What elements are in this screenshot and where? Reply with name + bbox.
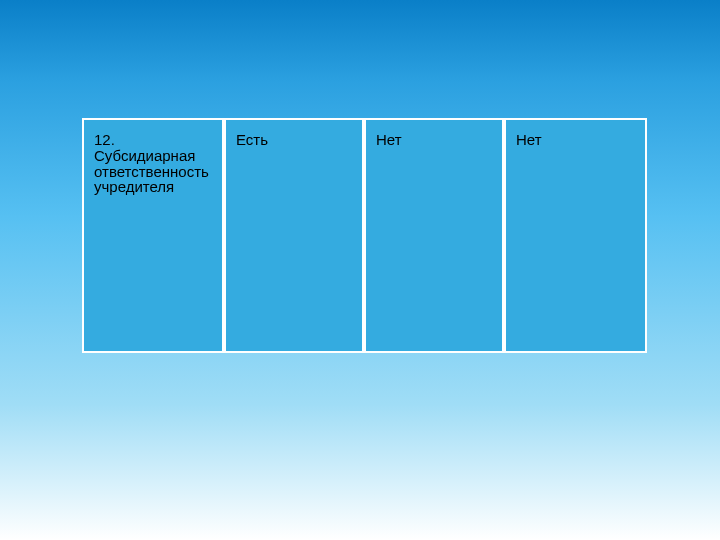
col2-value: Нет [376, 131, 402, 148]
col3-cell: Нет [504, 118, 647, 353]
col3-value: Нет [516, 131, 542, 148]
col1-cell: Есть [224, 118, 364, 353]
comparison-table: 12. Субсидиарная ответственность учредит… [82, 118, 647, 353]
col1-value: Есть [236, 131, 268, 148]
row-label: 12. Субсидиарная ответственность учредит… [94, 132, 212, 195]
row-label-cell: 12. Субсидиарная ответственность учредит… [82, 118, 224, 353]
col2-cell: Нет [364, 118, 504, 353]
